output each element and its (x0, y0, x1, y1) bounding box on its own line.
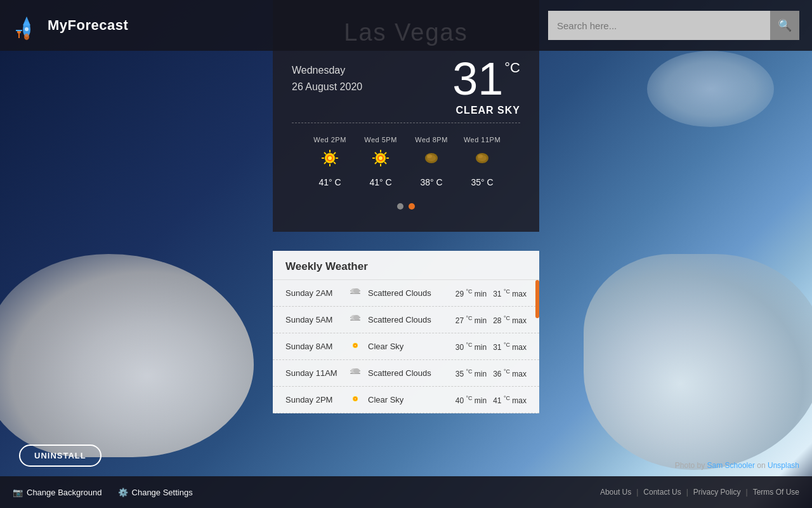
svg-point-34 (478, 154, 483, 158)
hour-icon-2 (406, 149, 457, 172)
week-icon-2 (349, 341, 362, 352)
date-info: Wednesday 26 August 2020 (292, 62, 362, 95)
svg-point-9 (328, 156, 332, 160)
week-row-4: Sunday 2PM Clear Sky 40 °C min 41 °C max (273, 387, 539, 413)
svg-line-27 (384, 152, 386, 154)
search-area: 🔍 (548, 11, 799, 40)
hour-item-1: Wed 5PM 4 (355, 136, 406, 187)
svg-point-38 (353, 288, 360, 293)
uninstall-button[interactable]: UNINSTALL (19, 444, 102, 467)
weekly-list[interactable]: Sunday 2AM Scattered Clouds 29 °C min 31… (273, 280, 539, 413)
weekly-header: Weekly Weather (273, 251, 539, 280)
photo-platform-link[interactable]: Unsplash (768, 461, 799, 470)
svg-point-49 (353, 368, 360, 373)
week-temps-0: 29 °C min 31 °C max (455, 288, 527, 298)
dot-1[interactable] (397, 203, 403, 210)
temp-condition: 31 °C CLEAR SKY (452, 56, 520, 116)
week-temps-3: 35 °C min 36 °C max (455, 368, 527, 378)
dot-2[interactable] (409, 203, 415, 210)
hour-item-2: Wed 8PM 38° C (406, 136, 457, 187)
svg-point-3 (24, 34, 29, 40)
footer-links: About Us | Contact Us | Privacy Policy |… (600, 488, 799, 497)
week-condition-3: Scattered Clouds (368, 368, 449, 378)
cloud-decoration-top-right (647, 51, 774, 127)
search-button[interactable]: 🔍 (770, 11, 799, 40)
app-name: MyForecast (48, 17, 128, 34)
week-temps-1: 27 °C min 28 °C max (455, 315, 527, 325)
week-row-0: Sunday 2AM Scattered Clouds 29 °C min 31… (273, 280, 539, 307)
svg-line-25 (375, 152, 377, 154)
svg-point-20 (379, 156, 383, 160)
week-time-1: Sunday 5AM (285, 315, 343, 324)
logo-area: MyForecast (13, 11, 128, 40)
weather-condition: CLEAR SKY (452, 105, 520, 116)
change-settings-button[interactable]: ⚙️ Change Settings (118, 488, 193, 497)
temperature-value: 31 (452, 56, 503, 102)
contact-us-link[interactable]: Contact Us (643, 488, 681, 497)
week-condition-4: Clear Sky (368, 395, 449, 404)
svg-point-42 (353, 315, 360, 320)
svg-point-2 (25, 27, 29, 31)
about-us-link[interactable]: About Us (600, 488, 631, 497)
date-full: 26 August 2020 (292, 79, 362, 95)
hourly-forecast-row: Wed 2PM (292, 130, 520, 197)
temperature-unit: °C (504, 61, 520, 75)
svg-line-17 (324, 162, 326, 164)
week-icon-0 (349, 288, 362, 298)
hour-icon-0 (304, 149, 355, 172)
week-temps-2: 30 °C min 31 °C max (455, 342, 527, 352)
hour-label-3: Wed 11PM (457, 136, 508, 144)
week-temps-4: 40 °C min 41 °C max (455, 395, 527, 405)
bottom-bar: 📷 Change Background ⚙️ Change Settings A… (0, 476, 812, 508)
search-input[interactable] (548, 11, 770, 40)
week-time-0: Sunday 2AM (285, 288, 343, 298)
svg-point-45 (355, 345, 357, 347)
svg-point-31 (427, 154, 432, 158)
week-time-3: Sunday 11AM (285, 368, 343, 378)
week-row-2: Sunday 8AM Clear Sky 30 °C min 31 °C max (273, 333, 539, 360)
week-time-2: Sunday 8AM (285, 342, 343, 351)
privacy-policy-link[interactable]: Privacy Policy (693, 488, 741, 497)
hour-temp-2: 38° C (406, 177, 457, 187)
svg-line-28 (375, 162, 377, 164)
footer-sep-1: | (636, 488, 638, 497)
svg-line-26 (384, 162, 386, 164)
week-time-4: Sunday 2PM (285, 395, 343, 404)
hour-label-0: Wed 2PM (304, 136, 355, 144)
week-condition-1: Scattered Clouds (368, 315, 449, 324)
weekly-section: Weekly Weather Sunday 2AM Scattered Clou… (273, 251, 539, 413)
hour-label-2: Wed 8PM (406, 136, 457, 144)
hour-temp-1: 41° C (355, 177, 406, 187)
svg-point-52 (355, 398, 357, 400)
change-settings-label: Change Settings (132, 488, 193, 497)
scroll-indicator (535, 280, 539, 318)
change-background-label: Change Background (27, 488, 102, 497)
change-background-button[interactable]: 📷 Change Background (13, 488, 102, 497)
footer-sep-2: | (686, 488, 688, 497)
week-row-1: Sunday 5AM Scattered Clouds 27 °C min 28… (273, 307, 539, 333)
hour-icon-3 (457, 149, 508, 172)
camera-icon: 📷 (13, 488, 23, 497)
temperature-display: 31 °C (452, 56, 520, 102)
week-icon-1 (349, 314, 362, 325)
svg-line-16 (334, 152, 336, 154)
hour-item-0: Wed 2PM (304, 136, 355, 187)
top-bar: MyForecast 🔍 (0, 0, 812, 51)
week-icon-3 (349, 368, 362, 378)
day-name: Wednesday (292, 62, 362, 79)
svg-line-15 (334, 162, 336, 164)
cloud-decoration-right (584, 254, 812, 470)
divider (292, 123, 520, 123)
photo-author-link[interactable]: Sam Schooler (707, 461, 755, 470)
footer-sep-3: | (746, 488, 748, 497)
hour-temp-0: 41° C (304, 177, 355, 187)
hour-temp-3: 35° C (457, 177, 508, 187)
week-condition-2: Clear Sky (368, 342, 449, 351)
hour-label-1: Wed 5PM (355, 136, 406, 144)
photo-credit-prefix: Photo by (675, 461, 707, 470)
week-condition-0: Scattered Clouds (368, 288, 449, 298)
week-row-3: Sunday 11AM Scattered Clouds 35 °C min 3… (273, 360, 539, 387)
hour-item-3: Wed 11PM 35° C (457, 136, 508, 187)
svg-line-14 (324, 152, 326, 154)
terms-of-use-link[interactable]: Terms Of Use (753, 488, 799, 497)
